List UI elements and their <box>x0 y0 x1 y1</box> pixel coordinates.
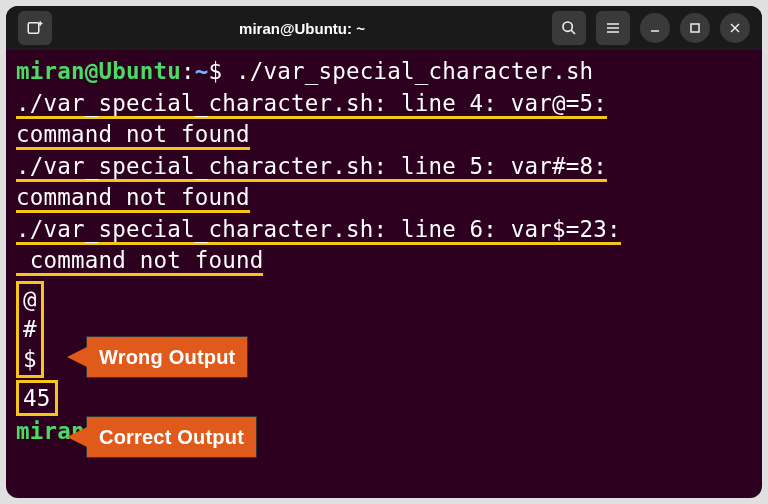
prompt-user: miran <box>16 58 85 84</box>
arrow-icon <box>67 347 87 367</box>
prompt-path: ~ <box>195 58 209 84</box>
hamburger-icon <box>605 20 621 36</box>
wrong-output-line-3: $ <box>23 346 37 372</box>
wrong-output-line-2: # <box>23 316 37 342</box>
error-2-part-1: ./var_special_character.sh: line 5: var#… <box>16 153 607 182</box>
prompt-line-1: miran@Ubuntu:~$ ./var_special_character.… <box>16 56 752 88</box>
new-tab-icon <box>26 19 44 37</box>
prompt-colon: : <box>181 58 195 84</box>
error-2-line-1: ./var_special_character.sh: line 5: var#… <box>16 151 752 183</box>
error-2-part-2: command not found <box>16 184 250 213</box>
error-1-line-2: command not found <box>16 119 752 151</box>
wrong-output-tag: Wrong Output <box>86 336 248 378</box>
arrow-icon <box>67 427 87 447</box>
new-tab-button[interactable] <box>18 11 52 45</box>
error-1-part-2: command not found <box>16 121 250 150</box>
svg-line-4 <box>571 30 575 34</box>
terminal-body[interactable]: miran@Ubuntu:~$ ./var_special_character.… <box>6 50 762 498</box>
titlebar: miran@Ubuntu: ~ <box>6 6 762 50</box>
prompt-host: Ubuntu <box>98 58 180 84</box>
minimize-button[interactable] <box>640 13 670 43</box>
error-3-line-1: ./var_special_character.sh: line 6: var$… <box>16 214 752 246</box>
close-icon <box>729 22 741 34</box>
titlebar-left <box>18 11 52 45</box>
error-1-line-1: ./var_special_character.sh: line 4: var@… <box>16 88 752 120</box>
titlebar-right <box>552 11 750 45</box>
svg-rect-9 <box>691 24 699 32</box>
terminal-window: miran@Ubuntu: ~ <box>6 6 762 498</box>
search-button[interactable] <box>552 11 586 45</box>
error-3-line-2: command not found <box>16 245 752 277</box>
wrong-output-tag-label: Wrong Output <box>99 346 235 368</box>
menu-button[interactable] <box>596 11 630 45</box>
maximize-button[interactable] <box>680 13 710 43</box>
svg-point-3 <box>563 22 572 31</box>
command-text: ./var_special_character.sh <box>222 58 593 84</box>
correct-output-line-1: 45 <box>23 385 51 411</box>
maximize-icon <box>689 22 701 34</box>
error-2-line-2: command not found <box>16 182 752 214</box>
close-button[interactable] <box>720 13 750 43</box>
error-3-part-1: ./var_special_character.sh: line 6: var$… <box>16 216 621 245</box>
wrong-output-line-1: @ <box>23 286 37 312</box>
correct-output-tag-label: Correct Output <box>99 426 244 448</box>
error-1-part-1: ./var_special_character.sh: line 4: var@… <box>16 90 607 119</box>
minimize-icon <box>649 22 661 34</box>
window-title: miran@Ubuntu: ~ <box>60 20 544 37</box>
correct-output-box: 45 <box>16 378 752 416</box>
svg-rect-0 <box>28 23 39 34</box>
prompt-dollar: $ <box>208 58 222 84</box>
search-icon <box>561 20 577 36</box>
prompt-at: @ <box>85 58 99 84</box>
error-3-part-2: command not found <box>16 247 263 276</box>
correct-output-tag: Correct Output <box>86 416 257 458</box>
